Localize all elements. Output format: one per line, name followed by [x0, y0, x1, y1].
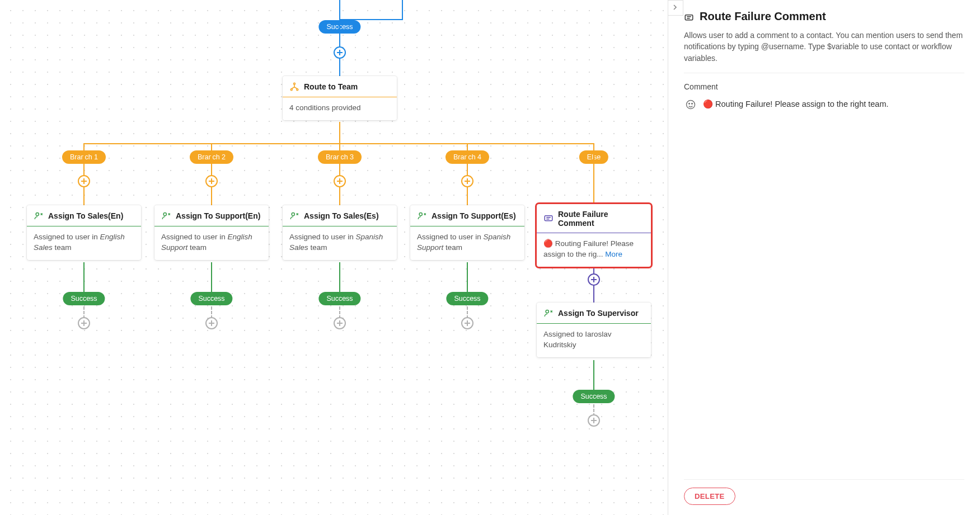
sidebar-description: Allows user to add a comment to a contac… — [684, 30, 964, 64]
svg-point-0 — [294, 83, 296, 84]
collapse-sidebar-button[interactable] — [668, 0, 683, 16]
connector — [339, 143, 340, 205]
card-subtitle: 4 conditions provided — [283, 97, 397, 120]
connector — [339, 262, 340, 296]
assign-icon — [161, 211, 171, 221]
more-link[interactable]: More — [605, 250, 622, 258]
chevron-right-icon — [670, 3, 681, 13]
connector — [211, 262, 212, 296]
svg-rect-7 — [545, 216, 552, 221]
connector — [467, 262, 468, 296]
svg-rect-9 — [685, 15, 693, 20]
sidebar-title: Route Failure Comment — [700, 10, 826, 23]
assign-icon — [543, 308, 554, 318]
assign-sales-en-card[interactable]: Assign To Sales(En) Assigned to user in … — [27, 205, 141, 260]
assign-icon — [289, 211, 299, 221]
comment-input[interactable]: 🔴 Routing Failure! Please assign to the … — [684, 98, 964, 111]
emoji-picker-button[interactable] — [684, 98, 697, 111]
card-body: Assigned to user in Spanish Sales team — [283, 226, 397, 260]
delete-button[interactable]: DELETE — [684, 488, 735, 505]
add-node-button[interactable] — [78, 317, 90, 329]
svg-point-5 — [292, 212, 294, 215]
svg-point-10 — [687, 100, 695, 108]
card-body: Assigned to user in Spanish Support team — [410, 226, 524, 260]
add-node-button[interactable] — [461, 317, 473, 329]
details-sidebar: Route Failure Comment Allows user to add… — [668, 0, 980, 515]
comment-icon — [543, 214, 554, 224]
route-to-team-card[interactable]: Route to Team 4 conditions provided — [283, 76, 397, 120]
connector — [339, 122, 340, 144]
assign-supervisor-card[interactable]: Assign To Supervisor Assigned to Iarosla… — [537, 303, 651, 357]
add-node-button[interactable] — [334, 317, 346, 329]
connector — [211, 143, 212, 205]
route-failure-comment-card[interactable]: Route Failure Comment 🔴 Routing Failure!… — [537, 204, 651, 267]
card-title: Route to Team — [304, 82, 358, 91]
svg-point-11 — [689, 103, 690, 104]
assign-sales-es-card[interactable]: Assign To Sales(Es) Assigned to user in … — [283, 205, 397, 260]
connector — [593, 360, 594, 394]
add-node-button[interactable] — [205, 317, 218, 329]
svg-point-1 — [290, 89, 292, 91]
svg-point-3 — [36, 212, 39, 215]
branch-icon — [289, 82, 299, 92]
card-body: Assigned to Iaroslav Kudritskiy — [537, 324, 651, 357]
add-node-button[interactable] — [78, 175, 90, 187]
add-node-button[interactable] — [588, 273, 600, 286]
add-node-button[interactable] — [334, 46, 346, 59]
card-body: 🔴 Routing Failure! Please assign to the … — [537, 233, 651, 267]
add-node-button[interactable] — [334, 175, 346, 187]
divider — [684, 73, 964, 73]
assign-icon — [34, 211, 44, 221]
add-node-button[interactable] — [588, 414, 600, 427]
svg-point-2 — [297, 89, 298, 91]
svg-point-12 — [692, 103, 693, 104]
svg-point-4 — [163, 212, 166, 215]
connector — [593, 143, 594, 205]
assign-support-es-card[interactable]: Assign To Support(Es) Assigned to user i… — [410, 205, 524, 260]
comment-value: 🔴 Routing Failure! Please assign to the … — [703, 100, 889, 109]
card-title: Assign To Supervisor — [558, 309, 639, 318]
comment-section-label: Comment — [684, 82, 964, 91]
card-body: Assigned to user in English Support team — [154, 226, 269, 260]
card-body: Assigned to user in English Sales team — [27, 226, 141, 260]
add-node-button[interactable] — [205, 175, 218, 187]
svg-point-6 — [419, 212, 422, 215]
connector — [83, 262, 85, 296]
assign-icon — [417, 211, 427, 221]
svg-point-8 — [546, 310, 548, 313]
card-title: Assign To Sales(En) — [48, 211, 123, 220]
assign-support-en-card[interactable]: Assign To Support(En) Assigned to user i… — [154, 205, 269, 260]
connector — [83, 143, 85, 205]
card-title: Assign To Sales(Es) — [304, 211, 379, 220]
card-title: Route Failure Comment — [558, 210, 644, 228]
connector — [339, 19, 403, 20]
card-title: Assign To Support(Es) — [432, 211, 516, 220]
connector — [339, 0, 340, 20]
connector — [467, 143, 468, 205]
card-title: Assign To Support(En) — [176, 211, 260, 220]
connector — [402, 0, 403, 20]
workflow-canvas[interactable]: Success Route to Team 4 conditions provi… — [0, 0, 668, 515]
comment-icon — [684, 12, 694, 22]
add-node-button[interactable] — [461, 175, 473, 187]
